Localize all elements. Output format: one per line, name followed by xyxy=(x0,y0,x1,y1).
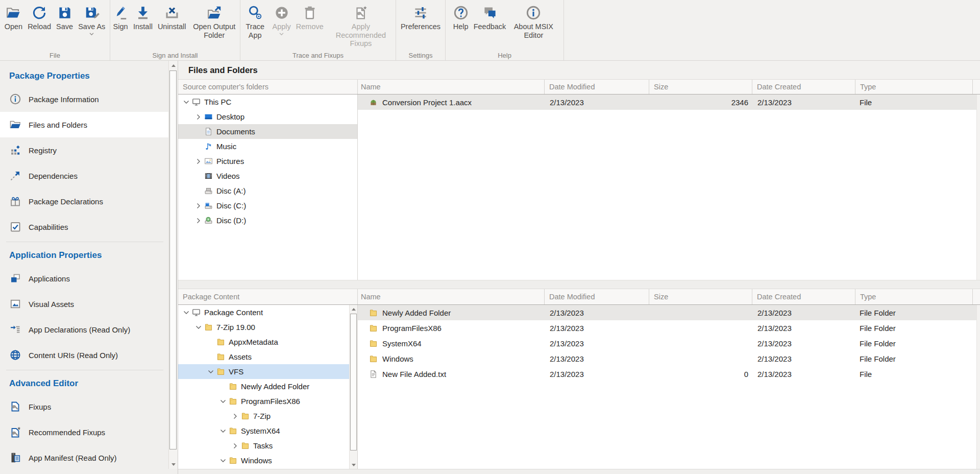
chevron-down-icon[interactable] xyxy=(194,323,203,331)
file-row-systemx64[interactable]: SystemX64 2/13/2023 2/13/2023 File Folde… xyxy=(358,336,980,351)
column-header-size[interactable]: Size xyxy=(649,80,752,94)
chevron-right-icon[interactable] xyxy=(194,217,203,225)
chevron-down-icon[interactable] xyxy=(182,98,190,106)
open-output-folder-button[interactable]: Open Output Folder xyxy=(189,4,240,40)
chevron-right-icon[interactable] xyxy=(194,157,203,165)
scrollbar-down-arrow[interactable] xyxy=(350,461,357,469)
chevron-right-icon[interactable] xyxy=(194,202,203,210)
chevron-down-icon[interactable] xyxy=(219,427,227,435)
tree-item-package-content[interactable]: Package Content xyxy=(178,305,357,320)
tree-item-tasks[interactable]: Tasks xyxy=(178,438,357,453)
scrollbar-up-arrow[interactable] xyxy=(169,61,178,70)
tree-item-pictures[interactable]: Pictures xyxy=(178,154,357,169)
sidebar-item-capabilities[interactable]: Capabilities xyxy=(0,214,168,240)
sidebar-item-package-information[interactable]: Package Information xyxy=(0,86,168,112)
file-row-new-file-added[interactable]: New File Added.txt 2/13/2023 0 2/13/2023… xyxy=(358,366,980,382)
sidebar-item-applications[interactable]: Applications xyxy=(0,266,168,291)
tree-item-newly-added-folder[interactable]: Newly Added Folder xyxy=(178,379,357,394)
sidebar-item-registry[interactable]: Registry xyxy=(0,137,168,163)
tree-item-appxmetadata[interactable]: AppxMetadata xyxy=(178,335,357,349)
column-header-size[interactable]: Size xyxy=(649,289,752,304)
column-header-date-created[interactable]: Date Created xyxy=(752,289,855,304)
package-content-header[interactable]: Package Content xyxy=(178,289,358,304)
horizontal-splitter[interactable] xyxy=(178,280,980,289)
sidebar-scrollbar[interactable] xyxy=(168,61,178,469)
file-row-conversion-project[interactable]: Conversion Project 1.aacx 2/13/2023 2346… xyxy=(358,94,980,110)
tree-item-this-pc[interactable]: This PC xyxy=(178,94,357,109)
about-msix-editor-button[interactable]: About MSIX Editor xyxy=(508,4,558,40)
chevron-spacer xyxy=(219,383,227,391)
apply-recommended-fixups-button[interactable]: Apply Recommended Fixups xyxy=(326,4,396,49)
reload-button[interactable]: Reload xyxy=(25,4,54,32)
tree-item-desktop[interactable]: Desktop xyxy=(178,109,357,124)
list-scrollbar-gutter[interactable] xyxy=(976,94,980,280)
tree-item-disc-a[interactable]: Disc (A:) xyxy=(178,183,357,198)
tree-item-programfilesx86[interactable]: ProgramFilesX86 xyxy=(178,394,357,409)
sidebar-item-files-and-folders[interactable]: Files and Folders xyxy=(0,112,168,137)
chevron-right-icon[interactable] xyxy=(194,113,203,121)
tree-item-music[interactable]: Music xyxy=(178,139,357,154)
chevron-down-icon[interactable] xyxy=(182,309,190,317)
tree-item-videos[interactable]: Videos xyxy=(178,169,357,183)
file-row-windows[interactable]: Windows 2/13/2023 2/13/2023 File Folder xyxy=(358,351,980,366)
tree-item-documents[interactable]: Documents xyxy=(178,124,357,139)
tree-item-assets[interactable]: Assets xyxy=(178,349,357,364)
trace-app-button[interactable]: Trace App xyxy=(240,4,270,40)
sidebar-item-app-manifest[interactable]: App Manifest (Read Only) xyxy=(0,445,168,470)
list-scrollbar-gutter[interactable] xyxy=(976,305,980,469)
scrollbar-thumb[interactable] xyxy=(350,314,357,451)
tree-item-windows[interactable]: Windows xyxy=(178,453,357,468)
sign-button[interactable]: Sign xyxy=(110,4,131,32)
tree-item-systemx64[interactable]: SystemX64 xyxy=(178,423,357,438)
column-header-name[interactable]: Name xyxy=(358,80,545,94)
column-header-date-modified[interactable]: Date Modified xyxy=(545,80,649,94)
folder-icon xyxy=(369,339,378,348)
sidebar-item-content-uris[interactable]: Content URIs (Read Only) xyxy=(0,342,168,368)
chevron-spacer xyxy=(194,128,203,136)
install-button[interactable]: Install xyxy=(131,4,155,32)
project-file-icon xyxy=(369,98,378,107)
column-header-date-modified[interactable]: Date Modified xyxy=(545,289,649,304)
help-button[interactable]: Help xyxy=(451,4,471,32)
chevron-right-icon[interactable] xyxy=(231,442,239,450)
remove-button[interactable]: Remove xyxy=(293,4,326,32)
sidebar-item-fixups[interactable]: Fixups xyxy=(0,394,168,419)
sidebar-item-package-declarations[interactable]: Package Declarations xyxy=(0,188,168,214)
file-row-newly-added-folder[interactable]: Newly Added Folder 2/13/2023 2/13/2023 F… xyxy=(358,305,980,320)
column-header-type[interactable]: Type xyxy=(855,289,973,304)
tree-item-disc-c[interactable]: Disc (C:) xyxy=(178,198,357,213)
sidebar-item-app-declarations[interactable]: App Declarations (Read Only) xyxy=(0,317,168,342)
tree-item-7zip-1900[interactable]: 7-Zip 19.00 xyxy=(178,320,357,335)
video-film-icon xyxy=(204,172,213,180)
preferences-button[interactable]: Preferences xyxy=(398,4,443,32)
chevron-down-icon[interactable] xyxy=(219,397,227,406)
chevron-down-icon[interactable] xyxy=(207,368,215,376)
package-tree-scrollbar[interactable] xyxy=(349,305,357,469)
source-folders-header[interactable]: Source computer's folders xyxy=(178,80,358,94)
uninstall-button[interactable]: Uninstall xyxy=(155,4,189,32)
chevron-down-icon[interactable] xyxy=(219,457,227,465)
apply-button[interactable]: Apply xyxy=(270,4,293,37)
tree-item-disc-d[interactable]: Disc (D:) xyxy=(178,213,357,228)
tree-item-label: 7-Zip xyxy=(253,412,271,420)
scrollbar-thumb[interactable] xyxy=(169,70,177,449)
dropdown-chevron-icon[interactable] xyxy=(89,32,94,36)
ribbon-group-label: Help xyxy=(446,52,564,59)
sidebar-item-visual-assets[interactable]: Visual Assets xyxy=(0,291,168,317)
column-header-type[interactable]: Type xyxy=(855,80,973,94)
column-header-name[interactable]: Name xyxy=(358,289,545,304)
chevron-right-icon[interactable] xyxy=(231,412,239,420)
feedback-button[interactable]: Feedback xyxy=(471,4,509,32)
tree-item-7zip[interactable]: 7-Zip xyxy=(178,409,357,423)
scrollbar-up-arrow[interactable] xyxy=(350,305,357,313)
save-button[interactable]: Save xyxy=(54,4,76,32)
tree-item-vfs[interactable]: VFS xyxy=(178,364,357,379)
sidebar-item-dependencies[interactable]: Dependencies xyxy=(0,163,168,188)
dropdown-chevron-icon[interactable] xyxy=(279,32,284,36)
save-as-button[interactable]: Save As xyxy=(76,4,108,37)
column-header-date-created[interactable]: Date Created xyxy=(752,80,855,94)
file-row-programfilesx86[interactable]: ProgramFilesX86 2/13/2023 2/13/2023 File… xyxy=(358,320,980,336)
scrollbar-down-arrow[interactable] xyxy=(169,460,178,469)
sidebar-item-recommended-fixups[interactable]: Recommended Fixups xyxy=(0,419,168,445)
open-button[interactable]: Open xyxy=(2,4,25,32)
